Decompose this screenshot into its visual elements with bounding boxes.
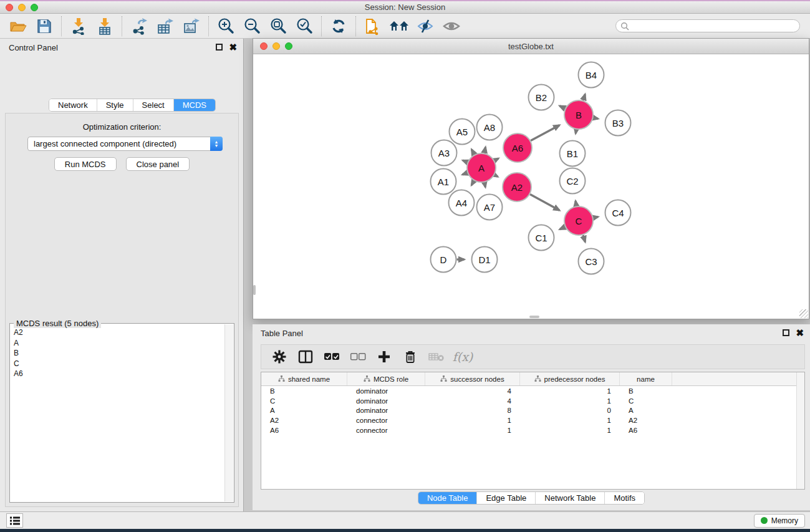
import-network-button[interactable] [65, 16, 92, 37]
node-A7[interactable]: A7 [477, 195, 503, 220]
add-column-button[interactable] [372, 347, 396, 367]
tab-motifs[interactable]: Motifs [605, 492, 644, 504]
window-resize-grip[interactable] [799, 309, 808, 318]
tab-mcds[interactable]: MCDS [174, 99, 215, 111]
tab-network[interactable]: Network [49, 99, 97, 111]
close-panel-button[interactable]: Close panel [126, 157, 190, 171]
delete-column-button[interactable] [398, 347, 422, 367]
tab-network-table[interactable]: Network Table [536, 492, 605, 504]
node-A8[interactable]: A8 [477, 115, 503, 140]
table-row-a6[interactable]: A6connector11A6 [261, 425, 804, 435]
show-column-button[interactable] [294, 347, 317, 367]
zoom-fit-button[interactable] [265, 16, 291, 37]
canvas-vertical-scrollbar[interactable] [253, 285, 256, 295]
edge-C-C3[interactable] [583, 235, 585, 242]
criterion-select[interactable]: largest connected component (directed) ▲… [27, 137, 223, 151]
delete-table-button[interactable] [425, 347, 448, 367]
tab-select[interactable]: Select [133, 99, 174, 111]
memory-button[interactable]: Memory [754, 514, 805, 528]
edge-A-A7[interactable] [485, 183, 486, 188]
edge-A-A6[interactable] [494, 158, 498, 160]
result-item-a2[interactable]: A2 [11, 327, 224, 338]
select-all-button[interactable] [320, 347, 344, 367]
network-canvas[interactable]: B4B2BB3A5A8A6A3B1AA1C2A2A4A7C4CC1C3DD1 [253, 54, 809, 319]
edge-C-C1[interactable] [560, 227, 565, 230]
tab-node-table[interactable]: Node Table [418, 492, 478, 504]
table-row-a[interactable]: Adominator80A [261, 406, 804, 416]
edge-C-C4[interactable] [594, 217, 599, 218]
node-A5[interactable]: A5 [450, 119, 475, 145]
edge-A-A4[interactable] [471, 181, 474, 185]
edge-A2-C[interactable] [530, 194, 559, 210]
table-row-b[interactable]: Bdominator41B [261, 386, 804, 396]
refresh-button[interactable] [325, 16, 352, 37]
float-panel-icon[interactable] [216, 44, 223, 51]
run-mcds-button[interactable]: Run MCDS [54, 157, 117, 171]
network-from-document-button[interactable] [360, 16, 386, 37]
save-session-button[interactable] [31, 16, 57, 37]
edge-A-A1[interactable] [463, 173, 468, 175]
show-hide-graphics-button[interactable] [412, 16, 438, 37]
node-B2[interactable]: B2 [529, 85, 554, 110]
task-history-button[interactable] [6, 513, 23, 528]
edge-A-A2[interactable] [494, 175, 498, 177]
node-C2[interactable]: C2 [560, 168, 586, 194]
result-item-c[interactable]: C [11, 359, 224, 369]
edge-B-B2[interactable] [559, 106, 565, 109]
zoom-in-button[interactable] [213, 16, 239, 37]
table-row-c[interactable]: Cdominator41C [261, 396, 804, 406]
node-table[interactable]: shared nameMCDS rolesuccessor nodesprede… [261, 372, 805, 490]
node-B4[interactable]: B4 [579, 62, 604, 88]
column-header-MCDS-role[interactable]: MCDS role [347, 372, 425, 385]
node-A[interactable]: A [467, 153, 496, 182]
tab-edge-table[interactable]: Edge Table [477, 492, 536, 504]
home-layout-button[interactable] [386, 16, 412, 37]
edge-B-B4[interactable] [583, 94, 585, 100]
table-scrollbar[interactable] [796, 372, 804, 489]
node-C1[interactable]: C1 [529, 225, 554, 251]
mcds-result-list[interactable]: A2ABCA6 [11, 327, 224, 501]
node-B[interactable]: B [564, 100, 593, 129]
float-panel-icon[interactable] [783, 329, 789, 336]
result-scrollbar[interactable] [224, 324, 233, 501]
edge-C-C2[interactable] [576, 201, 576, 206]
node-D1[interactable]: D1 [472, 247, 498, 273]
zoom-selected-button[interactable] [291, 16, 317, 37]
search-input[interactable] [615, 19, 800, 32]
node-C4[interactable]: C4 [605, 200, 631, 226]
column-header-shared-name[interactable]: shared name [261, 372, 347, 385]
edge-A-A3[interactable] [463, 160, 468, 162]
close-panel-icon[interactable]: ✖ [796, 329, 804, 336]
export-image-button[interactable] [178, 16, 205, 37]
edge-A6-B[interactable] [531, 125, 559, 141]
close-panel-icon[interactable]: ✖ [229, 44, 237, 51]
node-A3[interactable]: A3 [432, 140, 457, 166]
open-session-button[interactable] [5, 16, 31, 37]
network-graph[interactable]: B4B2BB3A5A8A6A3B1AA1C2A2A4A7C4CC1C3DD1 [253, 54, 809, 319]
toggle-details-button[interactable] [438, 16, 465, 37]
import-table-button[interactable] [92, 16, 118, 37]
export-table-button[interactable] [152, 16, 178, 37]
node-D[interactable]: D [431, 247, 456, 273]
function-builder-button[interactable]: f(x) [451, 347, 475, 367]
column-header-successor-nodes[interactable]: successor nodes [425, 372, 520, 385]
node-B3[interactable]: B3 [605, 110, 631, 136]
table-options-button[interactable] [268, 347, 291, 367]
edge-B-B1[interactable] [576, 130, 576, 133]
canvas-horizontal-scrollbar[interactable] [529, 316, 539, 318]
node-C3[interactable]: C3 [579, 249, 604, 274]
table-row-a2[interactable]: A2connector11A2 [261, 415, 804, 425]
result-item-a6[interactable]: A6 [11, 369, 224, 379]
result-item-a[interactable]: A [11, 338, 224, 349]
tab-style[interactable]: Style [97, 99, 133, 111]
edge-B-B3[interactable] [594, 118, 599, 119]
result-item-b[interactable]: B [11, 348, 224, 359]
deselect-all-button[interactable] [346, 347, 370, 367]
node-B1[interactable]: B1 [560, 141, 586, 167]
node-A6[interactable]: A6 [503, 133, 532, 162]
zoom-out-button[interactable] [239, 16, 265, 37]
export-network-button[interactable] [126, 16, 152, 37]
column-header-name[interactable]: name [620, 372, 672, 385]
column-header-predecessor-nodes[interactable]: predecessor nodes [520, 372, 620, 385]
node-A4[interactable]: A4 [449, 190, 475, 216]
